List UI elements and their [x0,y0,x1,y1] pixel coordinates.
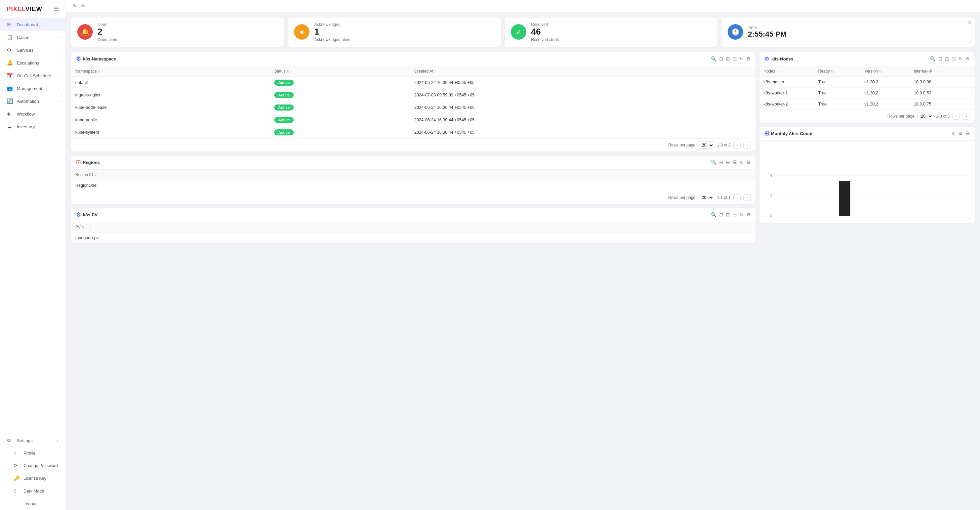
sidebar-item-cases[interactable]: 📋 Cases › [0,31,65,44]
settings-group: ⚙ Settings ∨ ○ Profile ⟳ Change Password… [0,434,65,510]
status-cell: Active [270,126,410,138]
table-row: kube-public Active 2024-06-24 16:30:44 +… [71,114,756,126]
svg-rect-6 [839,181,850,216]
sort-icon[interactable]: ⇅ [98,70,100,73]
search-icon[interactable]: 🔍 [711,56,716,62]
chevron-right-icon: › [57,86,59,91]
columns-icon[interactable]: ⊞ [726,212,730,218]
filter-icon[interactable]: ⊟ [719,56,723,62]
col-resize[interactable]: ⋮ [290,70,293,73]
list-icon[interactable]: ☰ [952,56,956,62]
sidebar-item-management[interactable]: 👥 Management › [0,82,65,95]
col-resize[interactable]: ⋮ [834,70,837,73]
refresh-icon[interactable]: ↻ [740,160,744,165]
col-more-icon[interactable]: ⋮ [88,225,92,229]
sidebar-item-dark-mode[interactable]: ☾ Dark Mode [0,485,65,497]
col-resize[interactable]: ⋮ [97,173,101,177]
rows-per-page-select[interactable]: 20 [698,141,714,149]
sort-icon[interactable]: ⇅ [776,70,779,73]
col-more-icon[interactable]: ⋮ [940,69,944,73]
rows-per-page-select[interactable]: 20 [917,113,933,120]
tools-icon[interactable]: ✂ [81,3,85,9]
columns-icon[interactable]: ⊞ [726,160,730,165]
sidebar-item-automation[interactable]: 🔄 Automation › [0,95,65,108]
oncall-icon: 📅 [7,73,13,79]
sort-icon[interactable]: ⇅ [831,70,834,73]
chevron-right-icon: › [57,35,59,39]
sort-icon[interactable]: ⇅ [434,70,437,73]
filter-icon[interactable]: ⊟ [938,56,942,62]
sidebar-item-license-key[interactable]: 🔑 License Key [0,472,65,485]
col-resize[interactable]: ⋮ [780,70,783,73]
ready-col-header: Ready⇅⋮ [814,66,861,76]
prev-page-button[interactable]: ‹ [733,194,741,201]
sidebar-item-inventory[interactable]: ☁ Inventory [0,120,65,133]
sidebar-item-escalations[interactable]: 🔔 Escalations › [0,56,65,69]
columns-icon[interactable]: ⊞ [726,56,730,62]
table-row: ingress-nginx Active 2024-07-03 09:59:39… [71,89,756,101]
regions-widget: ⊡ Regions 🔍 ⊟ ⊞ ☰ ↻ ⚙ [71,156,756,204]
edit-icon[interactable]: ✎ [73,3,77,9]
filter-icon[interactable]: ⊟ [719,160,723,165]
col-resize[interactable]: ⋮ [937,70,940,73]
settings-icon[interactable]: ⚙ [966,56,970,62]
expand-icon[interactable]: ⤢ [968,40,972,44]
rows-per-page-select[interactable]: 20 [698,194,714,201]
close-button[interactable]: ✕ [967,19,972,26]
sort-icon[interactable]: ⇅ [287,70,290,73]
regions-table-body: RegionOne [71,180,756,191]
next-page-button[interactable]: › [963,113,970,119]
settings-icon[interactable]: ⚙ [746,56,751,62]
settings-header[interactable]: ⚙ Settings ∨ [0,434,65,447]
search-icon[interactable]: 🔍 [711,160,716,165]
col-label: Region ID [75,172,93,177]
refresh-icon[interactable]: ↻ [952,131,956,136]
next-page-button[interactable]: › [743,142,751,148]
col-resize[interactable]: ⋮ [882,70,886,73]
sidebar: PIXELVIEW ☰ ⊞ Dashboard 📋 Cases › ⚙ Serv… [0,0,66,510]
monthly-alert-actions: ↻ ⚙ ☰ [952,131,970,136]
refresh-icon[interactable]: ↻ [740,56,744,62]
sort-icon[interactable]: ⇅ [879,70,881,73]
k8s-pv-title-text: k8s-PV [83,212,97,218]
sort-icon[interactable]: ⇅ [933,70,936,73]
col-label: Nodes [764,69,775,73]
next-page-button[interactable]: › [743,194,751,201]
col-more-icon[interactable]: ⋮ [441,69,445,73]
prev-page-button[interactable]: ‹ [733,142,741,148]
sidebar-item-profile[interactable]: ○ Profile [0,447,65,459]
sidebar-item-oncall[interactable]: 📅 On-Call Schedule › [0,69,65,82]
filter-icon[interactable]: ⊟ [719,212,723,218]
sidebar-item-dashboard[interactable]: ⊞ Dashboard [0,18,65,31]
col-resize[interactable]: ⋮ [101,70,105,73]
sidebar-item-services[interactable]: ⚙ Services › [0,44,65,56]
settings-icon[interactable]: ⚙ [958,131,963,136]
list-icon[interactable]: ☰ [733,160,737,165]
escalations-icon: 🔔 [7,60,13,66]
col-more-icon[interactable]: ⋮ [101,172,105,177]
sidebar-item-change-password[interactable]: ⟳ Change Password [0,459,65,472]
list-icon[interactable]: ☰ [733,56,737,62]
sidebar-item-logout[interactable]: → Logout [0,497,65,510]
columns-icon[interactable]: ⊞ [945,56,949,62]
refresh-icon[interactable]: ↻ [740,212,744,218]
svg-text:3: 3 [844,218,846,219]
namespace-cell: kube-public [71,114,270,126]
rows-per-page-label: Rows per page [668,143,696,148]
panel-left: ⚙ k8s-Namespace 🔍 ⊟ ⊞ ☰ ↻ ⚙ [71,52,756,505]
search-icon[interactable]: 🔍 [930,56,935,62]
prev-page-button[interactable]: ‹ [953,113,960,119]
col-resize[interactable]: ⋮ [85,226,88,229]
sort-icon[interactable]: ⇅ [94,173,97,177]
refresh-icon[interactable]: ↻ [959,56,963,62]
list-icon[interactable]: ☰ [733,212,737,218]
settings-icon[interactable]: ⚙ [746,212,751,218]
search-icon[interactable]: 🔍 [711,212,716,218]
hamburger-icon[interactable]: ☰ [53,5,59,13]
sidebar-item-workflow[interactable]: ◈ Workflow [0,108,65,120]
col-resize[interactable]: ⋮ [438,70,441,73]
settings-icon[interactable]: ⚙ [746,160,751,165]
sort-icon[interactable]: ⇅ [82,226,84,229]
list-icon[interactable]: ☰ [966,131,970,136]
ready-cell: True [814,99,861,110]
